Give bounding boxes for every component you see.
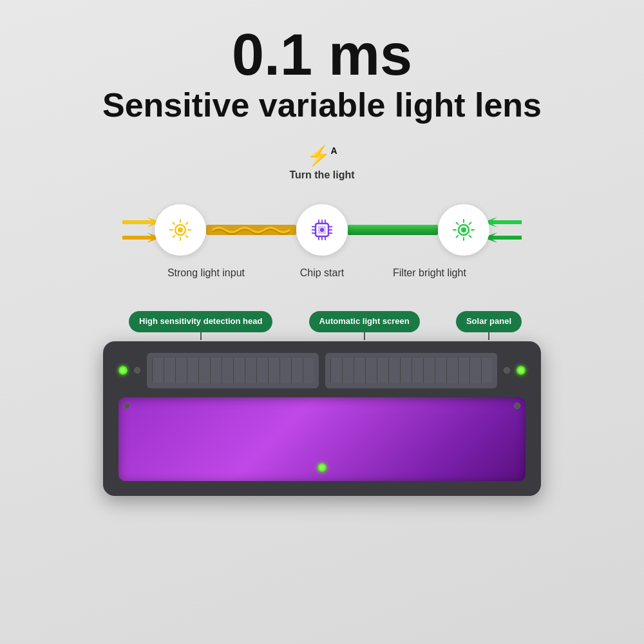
a-letter: A	[330, 146, 337, 156]
svg-point-27	[320, 228, 324, 232]
bolt-icon: ⚡	[307, 144, 330, 167]
device-body	[103, 341, 541, 496]
connector-yellow-svg	[206, 223, 296, 236]
screw-right	[504, 367, 510, 374]
svg-line-9	[186, 222, 188, 224]
svg-line-7	[173, 222, 175, 224]
circle-node-chip	[296, 204, 348, 256]
screw-left	[134, 367, 140, 374]
flow-diagram	[97, 204, 547, 256]
flow-label-filter-bright: Filter bright light	[374, 267, 502, 279]
labels-row: High sensitivity detection head Automati…	[103, 311, 541, 332]
device-section: High sensitivity detection head Automati…	[103, 311, 541, 496]
label-bubble-center: Automatic light screen	[309, 311, 420, 332]
solar-panel-right	[325, 353, 497, 388]
main-lens	[118, 397, 526, 481]
page-container: 0.1 ms Sensitive variable light lens ⚡ A…	[0, 0, 644, 644]
screw-top-right	[514, 402, 520, 409]
connector-green-svg	[348, 223, 438, 236]
connector-green	[348, 223, 438, 236]
svg-line-36	[469, 235, 471, 237]
sun-icon	[167, 217, 193, 243]
label-bubble-left: High sensitivity detection head	[129, 311, 272, 332]
dot-indicator-left	[118, 366, 128, 375]
flow-label-chip-start: Chip start	[270, 267, 374, 279]
turn-light-label: Turn the light	[289, 169, 354, 181]
filter-icon	[451, 217, 477, 243]
dot-indicator-right	[516, 366, 526, 375]
screw-top-left	[124, 402, 130, 409]
circle-node-filter	[438, 204, 489, 256]
icon-section: ⚡ A Turn the light	[289, 144, 354, 181]
lens-dot-indicator	[317, 463, 327, 472]
top-section-inner	[118, 353, 526, 388]
svg-rect-29	[348, 225, 438, 235]
flow-section: Strong light input Chip start Filter bri…	[0, 204, 644, 279]
main-title-sub: Sensitive variable light lens	[102, 86, 542, 125]
svg-line-10	[173, 235, 175, 237]
circle-node-sun	[155, 204, 206, 256]
svg-line-38	[457, 235, 459, 237]
connector-yellow	[206, 223, 296, 236]
main-title-ms: 0.1 ms	[232, 26, 412, 84]
svg-line-37	[469, 222, 471, 224]
svg-point-11	[178, 227, 183, 232]
chip-icon	[309, 217, 335, 243]
svg-line-8	[186, 235, 188, 237]
svg-line-35	[457, 222, 459, 224]
flow-label-strong-light: Strong light input	[142, 267, 270, 279]
auto-light-icon: ⚡ A	[307, 144, 337, 167]
label-bubble-right: Solar panel	[456, 311, 522, 332]
solar-panel-left	[147, 353, 319, 388]
flow-labels: Strong light input Chip start Filter bri…	[97, 267, 547, 279]
svg-point-39	[461, 227, 466, 232]
